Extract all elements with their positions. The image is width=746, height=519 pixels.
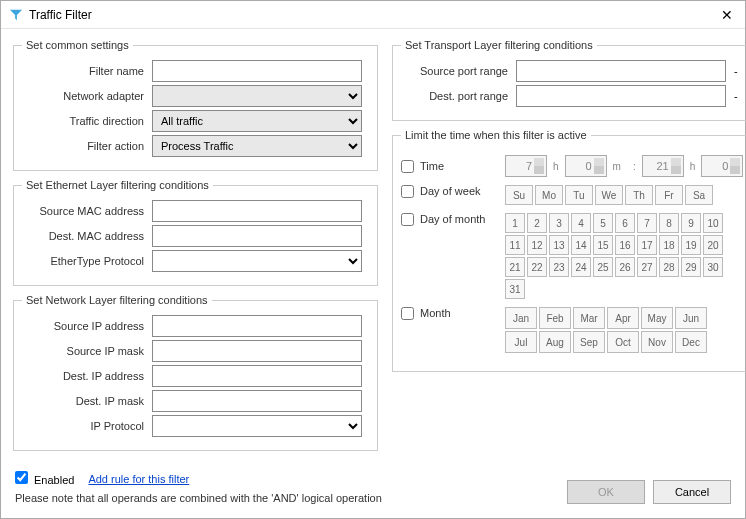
dash: - [734, 65, 738, 77]
dom-grid-cell[interactable]: 15 [593, 235, 613, 255]
enabled-checkbox[interactable] [15, 471, 28, 484]
filter-action-select[interactable]: Process Traffic [152, 135, 362, 157]
dow-grid-cell[interactable]: Sa [685, 185, 713, 205]
dom-checkbox[interactable] [401, 213, 414, 226]
month-grid-cell[interactable]: Apr [607, 307, 639, 329]
dom-grid-cell[interactable]: 12 [527, 235, 547, 255]
close-button[interactable]: ✕ [717, 5, 737, 25]
content: Set common settings Filter name Network … [1, 29, 745, 469]
common-settings-group: Set common settings Filter name Network … [13, 39, 378, 171]
dom-grid-cell[interactable]: 24 [571, 257, 591, 277]
common-legend: Set common settings [22, 39, 133, 51]
month-grid-cell[interactable]: May [641, 307, 673, 329]
transport-legend: Set Transport Layer filtering conditions [401, 39, 597, 51]
dow-grid: SuMoTuWeThFrSa [505, 185, 713, 205]
dom-grid-cell[interactable]: 3 [549, 213, 569, 233]
src-mac-input[interactable] [152, 200, 362, 222]
dow-grid-cell[interactable]: We [595, 185, 623, 205]
dom-grid-cell[interactable]: 18 [659, 235, 679, 255]
dst-ip-label: Dest. IP address [22, 370, 152, 382]
traffic-direction-select[interactable]: All traffic [152, 110, 362, 132]
ethertype-select[interactable] [152, 250, 362, 272]
month-grid-cell[interactable]: Oct [607, 331, 639, 353]
dom-grid-cell[interactable]: 2 [527, 213, 547, 233]
dow-checkbox[interactable] [401, 185, 414, 198]
dom-grid-cell[interactable]: 31 [505, 279, 525, 299]
dash: - [734, 90, 738, 102]
month-grid-cell[interactable]: Aug [539, 331, 571, 353]
dom-grid-cell[interactable]: 8 [659, 213, 679, 233]
src-mask-label: Source IP mask [22, 345, 152, 357]
month-checkbox[interactable] [401, 307, 414, 320]
dom-grid-cell[interactable]: 30 [703, 257, 723, 277]
dom-grid-cell[interactable]: 19 [681, 235, 701, 255]
dom-grid-cell[interactable]: 27 [637, 257, 657, 277]
cancel-button[interactable]: Cancel [653, 480, 731, 504]
add-rule-link[interactable]: Add rule for this filter [88, 473, 189, 485]
dst-port-from[interactable] [516, 85, 726, 107]
filter-name-input[interactable] [152, 60, 362, 82]
time-limit-legend: Limit the time when this filter is activ… [401, 129, 591, 141]
dom-grid-cell[interactable]: 7 [637, 213, 657, 233]
src-ip-input[interactable] [152, 315, 362, 337]
right-column: Set Transport Layer filtering conditions… [392, 39, 746, 459]
dow-grid-cell[interactable]: Mo [535, 185, 563, 205]
dom-grid-cell[interactable]: 21 [505, 257, 525, 277]
time-h-to[interactable]: 21 [642, 155, 684, 177]
dom-grid-cell[interactable]: 25 [593, 257, 613, 277]
time-checkbox[interactable] [401, 160, 414, 173]
src-port-from[interactable] [516, 60, 726, 82]
dom-grid-cell[interactable]: 13 [549, 235, 569, 255]
time-m-from[interactable]: 0 [565, 155, 607, 177]
month-grid-cell[interactable]: Jun [675, 307, 707, 329]
month-label: Month [420, 307, 505, 319]
ok-button[interactable]: OK [567, 480, 645, 504]
time-limit-group: Limit the time when this filter is activ… [392, 129, 746, 372]
dom-grid-cell[interactable]: 6 [615, 213, 635, 233]
src-mask-input[interactable] [152, 340, 362, 362]
enabled-label: Enabled [34, 474, 74, 486]
time-m-to[interactable]: 0 [701, 155, 743, 177]
dow-grid-cell[interactable]: Su [505, 185, 533, 205]
transport-group: Set Transport Layer filtering conditions… [392, 39, 746, 121]
traffic-filter-dialog: Traffic Filter ✕ Set common settings Fil… [0, 0, 746, 519]
month-grid-cell[interactable]: Nov [641, 331, 673, 353]
ethernet-group: Set Ethernet Layer filtering conditions … [13, 179, 378, 286]
month-grid-cell[interactable]: Dec [675, 331, 707, 353]
dom-grid-cell[interactable]: 17 [637, 235, 657, 255]
dst-ip-input[interactable] [152, 365, 362, 387]
dom-grid-cell[interactable]: 22 [527, 257, 547, 277]
ip-proto-select[interactable] [152, 415, 362, 437]
dow-label: Day of week [420, 185, 505, 197]
month-grid-cell[interactable]: Sep [573, 331, 605, 353]
dom-grid-cell[interactable]: 5 [593, 213, 613, 233]
dst-port-label: Dest. port range [401, 90, 516, 102]
dom-grid-cell[interactable]: 11 [505, 235, 525, 255]
dom-grid-cell[interactable]: 4 [571, 213, 591, 233]
dom-grid-cell[interactable]: 10 [703, 213, 723, 233]
dst-mac-label: Dest. MAC address [22, 230, 152, 242]
time-label: Time [420, 160, 505, 172]
dom-grid-cell[interactable]: 9 [681, 213, 701, 233]
dom-grid-cell[interactable]: 14 [571, 235, 591, 255]
dom-grid-cell[interactable]: 26 [615, 257, 635, 277]
dow-grid-cell[interactable]: Th [625, 185, 653, 205]
dom-grid-cell[interactable]: 16 [615, 235, 635, 255]
dow-grid-cell[interactable]: Fr [655, 185, 683, 205]
network-adapter-select[interactable] [152, 85, 362, 107]
month-grid-cell[interactable]: Jul [505, 331, 537, 353]
dom-grid-cell[interactable]: 28 [659, 257, 679, 277]
dow-grid-cell[interactable]: Tu [565, 185, 593, 205]
dst-mac-input[interactable] [152, 225, 362, 247]
network-group: Set Network Layer filtering conditions S… [13, 294, 378, 451]
dst-mask-input[interactable] [152, 390, 362, 412]
enabled-wrapper[interactable]: Enabled [15, 471, 74, 486]
dom-grid-cell[interactable]: 20 [703, 235, 723, 255]
dom-grid-cell[interactable]: 23 [549, 257, 569, 277]
month-grid-cell[interactable]: Mar [573, 307, 605, 329]
time-h-from[interactable]: 7 [505, 155, 547, 177]
month-grid-cell[interactable]: Feb [539, 307, 571, 329]
month-grid-cell[interactable]: Jan [505, 307, 537, 329]
dom-grid-cell[interactable]: 1 [505, 213, 525, 233]
dom-grid-cell[interactable]: 29 [681, 257, 701, 277]
